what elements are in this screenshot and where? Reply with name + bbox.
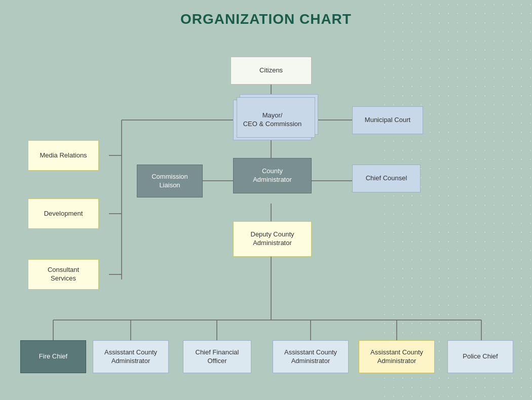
- asst-county-admin-1-box: Assisstant County Administrator: [93, 340, 169, 373]
- fire-chief-box: Fire Chief: [20, 340, 86, 373]
- county-administrator-box: County Administrator: [233, 158, 312, 193]
- org-chart: Citizens Mayor/ CEO & Commission Municip…: [0, 31, 532, 400]
- citizens-box: Citizens: [231, 57, 312, 85]
- cfo-box: Chief Financial Officer: [183, 340, 251, 373]
- asst-county-admin-2-box: Assisstant County Administrator: [273, 340, 349, 373]
- chief-counsel-box: Chief Counsel: [352, 165, 421, 192]
- mayor-box: Mayor/ CEO & Commission: [233, 100, 312, 140]
- media-relations-box: Media Relations: [28, 140, 99, 171]
- asst-county-admin-3-box: Assisstant County Administrator: [359, 340, 435, 373]
- commission-liaison-box: Commission Liaison: [137, 165, 203, 197]
- page-title: ORGANIZATION CHART: [0, 0, 532, 31]
- municipal-court-box: Municipal Court: [352, 106, 423, 134]
- development-box: Development: [28, 198, 99, 229]
- police-chief-box: Police Chief: [447, 340, 513, 373]
- deputy-county-admin-box: Deputy County Administrator: [233, 221, 312, 257]
- consultant-services-box: Consultant Services: [28, 259, 99, 290]
